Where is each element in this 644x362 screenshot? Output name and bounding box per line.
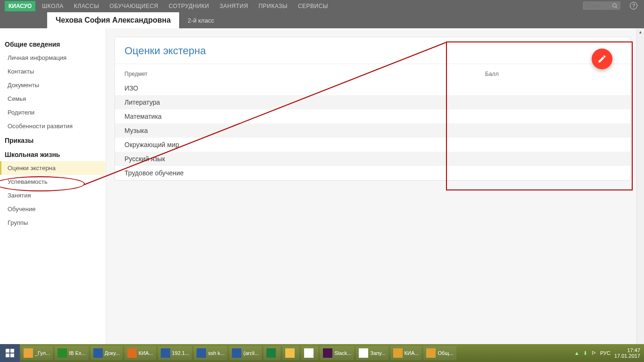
app-icon xyxy=(359,348,368,358)
taskbar-item[interactable]: Доку... xyxy=(91,346,123,360)
table-row: Музыка xyxy=(115,123,630,138)
table-row: Русский язык xyxy=(115,152,630,166)
sidebar-item-groups[interactable]: Группы xyxy=(0,216,106,230)
grades-panel: Оценки экстерна Предмет Балл ИЗО Литерат… xyxy=(115,37,631,181)
tab-student-name[interactable]: Чехова София Александровна xyxy=(47,12,179,28)
windows-icon xyxy=(6,349,14,357)
taskbar-item[interactable]: (arcli... xyxy=(229,346,262,360)
app-icon xyxy=(285,348,295,358)
sidebar: Общие сведения Личная информация Контакт… xyxy=(0,28,106,344)
taskbar-item[interactable]: Общ... xyxy=(423,346,456,360)
cell-subject: Математика xyxy=(115,109,476,123)
app-icon xyxy=(58,348,67,358)
nav-services[interactable]: СЕРВИСЫ xyxy=(298,3,328,9)
app-icon xyxy=(197,348,206,358)
svg-line-1 xyxy=(616,7,617,8)
table-row: ИЗО xyxy=(115,81,630,95)
table-row: Окружающий мир xyxy=(115,138,630,152)
app-icon xyxy=(232,348,241,358)
subnav: Чехова София Александровна 2-й класс xyxy=(0,12,644,28)
grades-table: Предмет Балл ИЗО Литература Математика М… xyxy=(115,64,630,180)
tray-flag-icon[interactable]: 🏳 xyxy=(591,350,596,356)
tray-up-icon[interactable]: ▲ xyxy=(574,350,579,356)
nav-orders[interactable]: ПРИКАЗЫ xyxy=(258,3,287,9)
sidebar-item-family[interactable]: Семья xyxy=(0,92,106,106)
app-icon xyxy=(426,348,436,358)
taskbar: _Гул... IB Ex... Доку... КИА... 192.1...… xyxy=(0,344,644,362)
pencil-icon xyxy=(597,54,607,64)
taskbar-item[interactable]: КИА... xyxy=(390,346,422,360)
sidebar-item-contacts[interactable]: Контакты xyxy=(0,65,106,78)
cell-grade xyxy=(476,123,630,138)
app-icon xyxy=(24,348,33,358)
sidebar-item-development[interactable]: Особенности развития xyxy=(0,119,106,133)
nav-staff[interactable]: СОТРУДНИКИ xyxy=(169,3,209,9)
sidebar-item-learning[interactable]: Обучение xyxy=(0,202,106,216)
sidebar-item-personal-info[interactable]: Личная информация xyxy=(0,51,106,65)
edit-button[interactable] xyxy=(592,49,612,69)
search-wrap xyxy=(583,1,620,10)
cell-grade xyxy=(476,95,630,109)
cell-grade xyxy=(476,81,630,95)
taskbar-item[interactable]: 192.1... xyxy=(158,346,192,360)
table-row: Трудовое обучение xyxy=(115,166,630,180)
nav-lessons[interactable]: ЗАНЯТИЯ xyxy=(220,3,248,9)
taskbar-item[interactable]: _Гул... xyxy=(21,346,53,360)
cell-subject: Трудовое обучение xyxy=(115,166,476,180)
tab-class[interactable]: 2-й класс xyxy=(179,12,214,28)
help-icon[interactable]: ? xyxy=(630,2,637,9)
app-icon xyxy=(93,348,103,358)
panel-title: Оценки экстерна xyxy=(115,37,630,64)
app-icon xyxy=(304,348,314,358)
sidebar-item-parents[interactable]: Родители xyxy=(0,106,106,119)
start-button[interactable] xyxy=(0,344,20,362)
taskbar-item[interactable]: Запу... xyxy=(356,346,388,360)
app-icon xyxy=(393,348,403,358)
topnav: КИАСУО ШКОЛА КЛАССЫ ОБУЧАЮЩИЕСЯ СОТРУДНИ… xyxy=(0,0,644,12)
app-icon xyxy=(266,348,276,358)
sidebar-section-general: Общие сведения xyxy=(0,37,106,51)
sidebar-item-progress[interactable]: Успеваемость xyxy=(0,175,106,189)
cell-subject: ИЗО xyxy=(115,81,476,95)
sidebar-item-lessons[interactable]: Занятия xyxy=(0,189,106,202)
app-logo[interactable]: КИАСУО xyxy=(5,1,35,11)
sidebar-section-school-life: Школьная жизнь xyxy=(0,147,106,161)
system-tray: ▲ ⬇ 🏳 РУС 17:47 17.01.2017 xyxy=(574,347,644,359)
taskbar-item[interactable] xyxy=(282,346,299,360)
taskbar-item[interactable] xyxy=(264,346,281,360)
col-subject: Предмет xyxy=(115,64,476,81)
search-icon[interactable] xyxy=(611,2,619,9)
nav-school[interactable]: ШКОЛА xyxy=(42,3,63,9)
cell-grade xyxy=(476,152,630,166)
sidebar-item-extern-grades[interactable]: Оценки экстерна xyxy=(0,161,106,175)
cell-grade xyxy=(476,166,630,180)
table-row: Литература xyxy=(115,95,630,109)
taskbar-item[interactable]: Slack... xyxy=(320,346,354,360)
tray-clock[interactable]: 17:47 17.01.2017 xyxy=(614,347,640,359)
cell-grade xyxy=(476,109,630,123)
sidebar-item-documents[interactable]: Документы xyxy=(0,78,106,92)
cell-subject: Литература xyxy=(115,95,476,109)
tray-language[interactable]: РУС xyxy=(600,350,611,356)
app-icon xyxy=(127,348,137,358)
app-icon xyxy=(161,348,170,358)
content: Оценки экстерна Предмет Балл ИЗО Литерат… xyxy=(106,28,644,344)
cell-subject: Окружающий мир xyxy=(115,138,476,152)
scrollbar-vertical[interactable]: ▲ ▼ xyxy=(636,28,644,362)
search-input[interactable] xyxy=(585,1,611,10)
taskbar-item[interactable]: КИА... xyxy=(124,346,156,360)
nav-classes[interactable]: КЛАССЫ xyxy=(74,3,99,9)
nav-students[interactable]: ОБУЧАЮЩИЕСЯ xyxy=(109,3,158,9)
svg-point-0 xyxy=(612,3,616,7)
cell-subject: Русский язык xyxy=(115,152,476,166)
app-icon xyxy=(323,348,332,358)
cell-subject: Музыка xyxy=(115,123,476,138)
sidebar-section-orders: Приказы xyxy=(0,133,106,147)
cell-grade xyxy=(476,138,630,152)
scroll-up-icon[interactable]: ▲ xyxy=(637,28,644,36)
table-row: Математика xyxy=(115,109,630,123)
taskbar-item[interactable]: IB Ex... xyxy=(55,346,88,360)
tray-download-icon[interactable]: ⬇ xyxy=(583,350,587,356)
taskbar-item[interactable] xyxy=(301,346,318,360)
taskbar-item[interactable]: ssh k... xyxy=(194,346,227,360)
